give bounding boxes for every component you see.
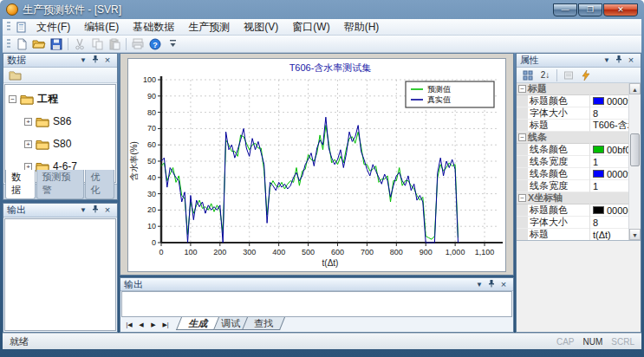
help-icon[interactable]: ? (146, 36, 164, 52)
chevron-down-icon[interactable]: ▼ (77, 55, 89, 66)
property-value[interactable]: T606-含水... (590, 119, 628, 132)
menu-item-2[interactable]: 编辑(E) (77, 19, 126, 36)
menu-item-6[interactable]: 窗口(W) (285, 19, 336, 36)
menu-item-7[interactable]: 帮助(H) (337, 19, 387, 36)
last-tab-button[interactable]: ▶| (159, 319, 172, 330)
properties-header: 属性 ▼ × (517, 54, 641, 68)
maximize-button[interactable]: ❐ (578, 3, 602, 16)
sort-alphabetical-icon[interactable]: 2↓ (537, 68, 554, 83)
toolbar-grip-icon (7, 39, 10, 49)
close-icon[interactable]: × (101, 55, 114, 66)
output-tab-label: 调试 (221, 317, 240, 329)
property-value-text: t(Δt) (593, 230, 611, 240)
x-tick-label: 500 (302, 248, 315, 256)
property-value[interactable]: t(Δt) (590, 230, 628, 240)
property-row[interactable]: 标题t(Δt) (517, 229, 628, 241)
project-folder-button[interactable] (6, 68, 23, 83)
menu-item-4[interactable]: 生产预测 (181, 19, 237, 36)
expand-icon[interactable]: + (24, 140, 32, 148)
chevron-down-icon[interactable]: ▼ (473, 279, 485, 290)
close-icon[interactable]: × (498, 279, 510, 290)
menu-item-1[interactable]: 文件(F) (29, 19, 77, 36)
property-category-线条[interactable]: −线条 (517, 132, 628, 144)
legend-label: 真实值 (427, 95, 451, 104)
output-bottom-panel: 输出 ▼ × |◀ ◀ ▶ ▶| 生成调试查找 (120, 277, 514, 333)
collapse-icon[interactable]: − (518, 133, 526, 141)
first-tab-button[interactable]: |◀ (123, 319, 135, 330)
property-value[interactable]: 1 (590, 181, 628, 191)
scroll-up-icon[interactable]: ▲ (629, 83, 641, 94)
property-value[interactable]: 1 (590, 157, 628, 167)
tree-item-S86[interactable]: +S86 (5, 110, 115, 133)
output-tab-查找[interactable]: 查找 (242, 317, 285, 330)
chevron-down-icon[interactable]: ▼ (77, 204, 89, 216)
cut-icon[interactable] (71, 36, 88, 52)
y-tick-label: 60 (147, 140, 156, 149)
menu-item-3[interactable]: 基础数据 (126, 19, 181, 36)
property-row[interactable]: 线条颜色0000ff (517, 168, 628, 180)
property-label: 线条颜色 (528, 167, 590, 180)
property-value[interactable]: 0000ff (590, 169, 628, 179)
save-icon[interactable] (48, 36, 65, 52)
property-value-text: 00bf00 (607, 145, 628, 155)
copy-icon[interactable] (88, 36, 106, 52)
paste-icon[interactable] (106, 36, 123, 52)
close-icon[interactable]: × (625, 55, 637, 66)
property-row[interactable]: 字体大小8 (517, 217, 628, 229)
property-row[interactable]: 字体大小8 (517, 107, 628, 120)
collapse-icon[interactable]: − (518, 194, 526, 202)
property-value[interactable]: 000000 (590, 205, 628, 216)
property-value[interactable]: 8 (590, 217, 628, 228)
tab-优化[interactable]: 优化 (85, 170, 115, 199)
events-lightning-icon[interactable] (577, 68, 595, 83)
output-tab-生成[interactable]: 生成 (176, 317, 219, 330)
scrollbar-thumb[interactable] (630, 133, 640, 166)
property-pages-icon[interactable] (560, 68, 577, 83)
tab-预测预警[interactable]: 预测预警 (36, 170, 84, 199)
property-row[interactable]: 标题T606-含水... (517, 120, 628, 132)
close-button[interactable]: ✕ (603, 3, 638, 16)
minimize-button[interactable]: — (553, 3, 577, 16)
property-row[interactable]: 标题颜色000000 (517, 204, 628, 217)
property-row[interactable]: 线条宽度1 (517, 156, 628, 168)
line-chart: 0102030405060708090100010020030040050060… (128, 59, 507, 269)
property-value[interactable]: 0000ff (590, 96, 628, 107)
collapse-icon[interactable]: − (9, 95, 16, 103)
y-tick-label: 20 (147, 205, 156, 214)
property-value[interactable]: 8 (590, 108, 628, 119)
output-left-title: 输出 (7, 204, 26, 217)
tree-item-S80[interactable]: +S80 (5, 133, 115, 155)
expand-icon[interactable]: + (24, 118, 32, 126)
new-icon[interactable] (13, 36, 30, 52)
scroll-down-icon[interactable]: ▼ (629, 229, 641, 240)
property-value[interactable]: 00bf00 (590, 145, 628, 155)
prev-tab-button[interactable]: ◀ (135, 319, 147, 330)
pin-icon[interactable] (485, 279, 498, 290)
window-frame-bottom (3, 349, 641, 357)
pin-icon[interactable] (89, 204, 101, 216)
pin-icon[interactable] (89, 55, 101, 66)
pin-icon[interactable] (613, 55, 625, 66)
properties-scrollbar[interactable]: ▲ ▼ (628, 83, 641, 240)
next-tab-button[interactable]: ▶ (147, 319, 159, 330)
open-icon[interactable] (30, 36, 48, 52)
toolbar-separator (126, 38, 127, 50)
toolbar-overflow-icon[interactable] (164, 36, 181, 52)
chevron-down-icon[interactable]: ▼ (601, 55, 613, 66)
property-category-X坐标轴[interactable]: −X坐标轴 (517, 192, 628, 204)
property-row[interactable]: 线条颜色00bf00 (517, 144, 628, 156)
menu-item-5[interactable]: 视图(V) (237, 19, 285, 36)
tree-item-工程[interactable]: −工程 (5, 88, 115, 110)
property-row[interactable]: 线条宽度1 (517, 180, 628, 192)
tab-数据[interactable]: 数据 (5, 170, 36, 199)
close-icon[interactable]: × (101, 204, 114, 216)
print-icon[interactable] (129, 36, 146, 52)
collapse-icon[interactable]: − (518, 85, 526, 93)
property-category-标题[interactable]: −标题 (517, 83, 628, 95)
categorized-view-icon[interactable] (519, 68, 537, 83)
property-value-text: T606-含水... (593, 119, 628, 132)
property-value-text: 0000ff (607, 169, 628, 179)
property-row[interactable]: 标题颜色0000ff (517, 95, 628, 107)
legend-label: 预测值 (427, 85, 451, 94)
output-tab-strip: |◀ ◀ ▶ ▶| 生成调试查找 (120, 317, 513, 332)
